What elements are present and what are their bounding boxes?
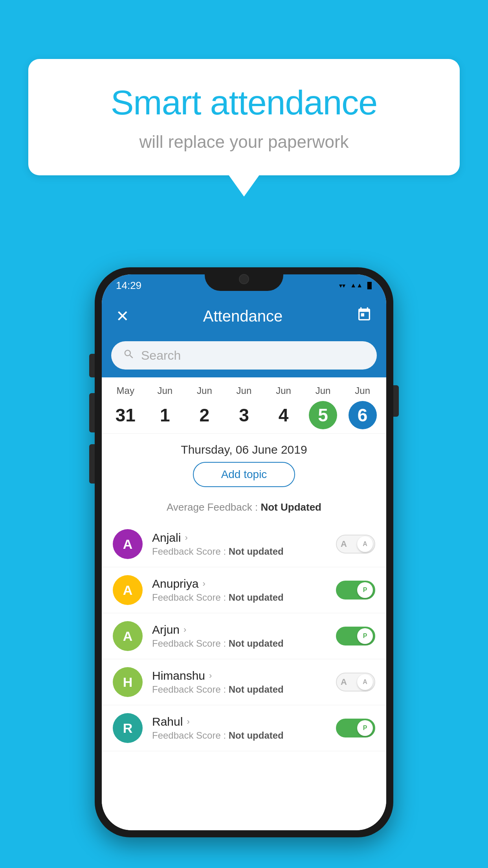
wifi-icon: ▾▾ [339, 282, 345, 289]
date-item[interactable]: Jun4 [270, 385, 298, 429]
student-info: Arjun ›Feedback Score : Not updated [152, 623, 327, 649]
calendar-icon[interactable] [356, 307, 372, 326]
attendance-toggle[interactable]: PP [336, 581, 375, 600]
attendance-toggle[interactable]: PP [336, 719, 375, 737]
student-info: Anupriya ›Feedback Score : Not updated [152, 577, 327, 603]
student-info: Anjali ›Feedback Score : Not updated [152, 531, 327, 557]
app-bar-title: Attendance [203, 307, 283, 325]
add-topic-label: Add topic [221, 468, 267, 481]
avg-feedback-value: Not Updated [261, 501, 321, 513]
search-container: Search [102, 336, 386, 377]
student-item: AAnjali ›Feedback Score : Not updatedAA [102, 521, 386, 567]
date-item[interactable]: Jun6 [349, 385, 377, 429]
attendance-toggle[interactable]: PP [336, 627, 375, 645]
chevron-icon: › [183, 625, 186, 635]
search-icon [123, 348, 135, 363]
signal-icon: ▲▲ [350, 282, 363, 289]
student-item: RRahul ›Feedback Score : Not updatedPP [102, 705, 386, 751]
search-input[interactable]: Search [141, 348, 181, 363]
student-feedback: Feedback Score : Not updated [152, 684, 327, 695]
date-number: 6 [349, 401, 377, 429]
selected-date-label: Thursday, 06 June 2019 [102, 434, 386, 462]
date-month: Jun [355, 385, 370, 396]
add-topic-button[interactable]: Add topic [193, 462, 295, 487]
date-month: Jun [157, 385, 172, 396]
bubble-subtitle: will replace your paperwork [60, 132, 428, 152]
date-month: Jun [316, 385, 331, 396]
chevron-icon: › [185, 533, 187, 543]
student-feedback: Feedback Score : Not updated [152, 638, 327, 649]
student-item: AArjun ›Feedback Score : Not updatedPP [102, 613, 386, 659]
student-list: AAnjali ›Feedback Score : Not updatedAAA… [102, 521, 386, 751]
student-item: AAnupriya ›Feedback Score : Not updatedP… [102, 567, 386, 613]
date-number: 3 [230, 401, 258, 429]
date-month: Jun [237, 385, 252, 396]
bubble-title: Smart attendance [60, 83, 428, 123]
student-name[interactable]: Rahul › [152, 715, 327, 728]
student-avatar: A [113, 529, 143, 559]
student-info: Rahul ›Feedback Score : Not updated [152, 715, 327, 741]
student-name[interactable]: Himanshu › [152, 669, 327, 682]
student-name[interactable]: Arjun › [152, 623, 327, 636]
battery-icon: ▉ [367, 282, 372, 289]
front-camera [239, 274, 249, 284]
date-month: Jun [276, 385, 291, 396]
search-bar[interactable]: Search [111, 341, 377, 370]
student-feedback: Feedback Score : Not updated [152, 730, 327, 741]
date-number: 5 [309, 401, 337, 429]
chevron-icon: › [202, 579, 205, 589]
status-icons: ▾▾ ▲▲ ▉ [339, 282, 372, 289]
date-item[interactable]: Jun5 [309, 385, 337, 429]
volume-up-button [89, 393, 95, 432]
student-feedback: Feedback Score : Not updated [152, 592, 327, 603]
student-info: Himanshu ›Feedback Score : Not updated [152, 669, 327, 695]
student-name[interactable]: Anupriya › [152, 577, 327, 590]
speech-bubble-container: Smart attendance will replace your paper… [28, 59, 460, 175]
average-feedback: Average Feedback : Not Updated [102, 501, 386, 513]
date-number: 2 [190, 401, 218, 429]
student-avatar: A [113, 575, 143, 605]
student-feedback: Feedback Score : Not updated [152, 546, 327, 557]
phone-screen: 14:29 ▾▾ ▲▲ ▉ ✕ Attendance [102, 274, 386, 830]
chevron-icon: › [209, 671, 212, 681]
date-item[interactable]: Jun3 [230, 385, 258, 429]
attendance-toggle[interactable]: AA [336, 673, 375, 691]
student-avatar: R [113, 713, 143, 743]
attendance-toggle[interactable]: AA [336, 535, 375, 554]
date-number: 4 [270, 401, 298, 429]
date-item[interactable]: May31 [111, 385, 139, 429]
chevron-icon: › [187, 717, 189, 727]
app-bar: ✕ Attendance [102, 296, 386, 336]
date-item[interactable]: Jun2 [190, 385, 218, 429]
date-strip: May31Jun1Jun2Jun3Jun4Jun5Jun6 [102, 377, 386, 434]
phone-notch [205, 267, 283, 291]
avg-feedback-label: Average Feedback : [167, 501, 261, 513]
speech-bubble: Smart attendance will replace your paper… [28, 59, 460, 175]
student-avatar: A [113, 621, 143, 651]
student-avatar: H [113, 667, 143, 697]
student-name[interactable]: Anjali › [152, 531, 327, 544]
phone-frame: 14:29 ▾▾ ▲▲ ▉ ✕ Attendance [95, 267, 393, 837]
close-button[interactable]: ✕ [116, 307, 129, 325]
volume-down-button [89, 444, 95, 484]
date-item[interactable]: Jun1 [151, 385, 179, 429]
date-month: May [117, 385, 134, 396]
status-time: 14:29 [116, 280, 141, 292]
date-month: Jun [197, 385, 212, 396]
date-number: 1 [151, 401, 179, 429]
power-button [393, 385, 399, 417]
content-area: May31Jun1Jun2Jun3Jun4Jun5Jun6 Thursday, … [102, 377, 386, 830]
student-item: HHimanshu ›Feedback Score : Not updatedA… [102, 659, 386, 705]
date-number: 31 [111, 401, 139, 429]
volume-mute-button [89, 354, 95, 377]
